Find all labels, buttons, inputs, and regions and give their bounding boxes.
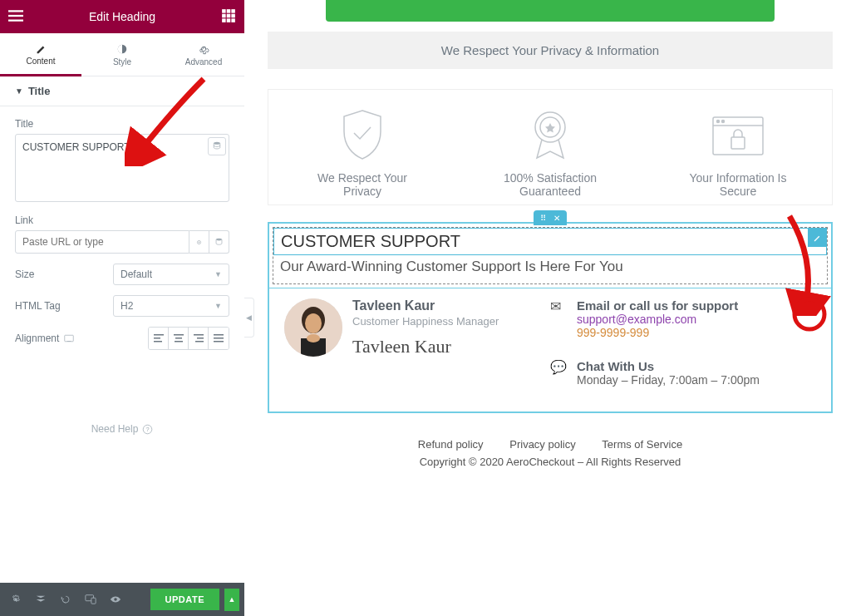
tab-content[interactable]: Content bbox=[0, 33, 81, 76]
align-center-button[interactable] bbox=[169, 328, 189, 349]
tab-advanced-label: Advanced bbox=[185, 57, 222, 67]
alignment-label: Alignment bbox=[15, 333, 113, 344]
sidebar-header: Edit Heading bbox=[0, 0, 244, 33]
tab-style-label: Style bbox=[113, 57, 131, 67]
contact-email-title: Email or call us for support bbox=[577, 298, 738, 313]
browser-lock-icon bbox=[652, 105, 824, 166]
buy-button-cropped[interactable] bbox=[326, 0, 775, 22]
svg-point-40 bbox=[722, 121, 725, 123]
section-title-toggle[interactable]: ▼ Title bbox=[0, 76, 244, 106]
preview-icon[interactable] bbox=[105, 589, 126, 610]
caret-down-icon: ▼ bbox=[15, 86, 23, 96]
svg-point-39 bbox=[717, 121, 720, 123]
svg-rect-21 bbox=[174, 334, 184, 336]
page-canvas: We Respect Your Privacy & Information We… bbox=[244, 0, 851, 616]
privacy-notice-bar: We Respect Your Privacy & Information bbox=[268, 32, 833, 69]
control-title: Title CUSTOMER SUPPORT bbox=[15, 118, 229, 205]
chat-icon: 💬 bbox=[550, 359, 563, 387]
svg-rect-9 bbox=[222, 18, 226, 22]
link-dynamic-button[interactable] bbox=[209, 230, 229, 254]
controls: Title CUSTOMER SUPPORT Link Size bbox=[0, 106, 244, 365]
dynamic-tags-button[interactable] bbox=[208, 137, 226, 155]
tab-content-label: Content bbox=[26, 57, 55, 66]
svg-point-46 bbox=[305, 313, 322, 333]
footer-link-tos[interactable]: Terms of Service bbox=[602, 438, 682, 451]
svg-rect-20 bbox=[154, 341, 162, 342]
apps-grid-icon[interactable] bbox=[221, 8, 236, 26]
svg-rect-5 bbox=[231, 9, 235, 13]
align-left-button[interactable] bbox=[149, 328, 169, 349]
responsive-icon[interactable] bbox=[64, 334, 74, 342]
sidebar-title: Edit Heading bbox=[23, 10, 221, 23]
svg-rect-11 bbox=[231, 18, 235, 22]
contact-chat: 💬 Chat With Us Monday – Friday, 7:00am –… bbox=[550, 359, 816, 387]
navigator-icon[interactable] bbox=[30, 589, 52, 610]
footer-links: Refund policy Privacy policy Terms of Se… bbox=[268, 438, 833, 451]
section-handle[interactable]: ⠿ ✕ bbox=[534, 210, 567, 225]
trust-satisfaction: 100% Satisfaction Guaranteed bbox=[456, 105, 644, 198]
control-link: Link bbox=[15, 214, 229, 254]
selected-section[interactable]: ⠿ ✕ CUSTOMER SUPPORT Our Award-Winning C… bbox=[268, 222, 833, 413]
trust-badges-row: We Respect Your Privacy 100% Satisfactio… bbox=[268, 89, 833, 205]
subheading-text: Our Award-Winning Customer Support Is He… bbox=[273, 255, 827, 283]
settings-icon[interactable] bbox=[5, 589, 27, 610]
footer-link-privacy[interactable]: Privacy policy bbox=[509, 438, 575, 451]
size-select[interactable]: Default ▼ bbox=[113, 264, 229, 285]
html-tag-select[interactable]: H2 ▼ bbox=[113, 295, 229, 317]
tab-advanced[interactable]: Advanced bbox=[163, 33, 244, 76]
collapse-sidebar-button[interactable]: ◀ bbox=[244, 298, 254, 338]
contact-column: ✉ Email or call us for support support@e… bbox=[550, 298, 816, 407]
edit-widget-button[interactable] bbox=[808, 229, 826, 247]
link-options-button[interactable] bbox=[189, 230, 209, 254]
contact-chat-hours: Monday – Friday, 7:00am – 7:00pm bbox=[577, 373, 760, 387]
control-size: Size Default ▼ bbox=[15, 264, 229, 285]
title-input[interactable]: CUSTOMER SUPPORT bbox=[15, 134, 229, 202]
responsive-mode-icon[interactable] bbox=[80, 589, 101, 610]
tab-style[interactable]: Style bbox=[81, 33, 163, 76]
svg-point-48 bbox=[307, 334, 320, 342]
control-html-tag: HTML Tag H2 ▼ bbox=[15, 295, 229, 317]
svg-rect-17 bbox=[67, 341, 71, 342]
size-label: Size bbox=[15, 269, 113, 280]
link-input[interactable] bbox=[15, 230, 189, 254]
update-button[interactable]: UPDATE bbox=[150, 589, 219, 610]
svg-rect-28 bbox=[214, 338, 224, 339]
hamburger-icon[interactable] bbox=[8, 8, 23, 26]
drag-handle-icon[interactable]: ⠿ bbox=[540, 214, 547, 223]
shield-check-icon bbox=[277, 105, 448, 166]
update-options-button[interactable]: ▲ bbox=[224, 589, 239, 611]
align-justify-button[interactable] bbox=[209, 328, 229, 349]
svg-text:?: ? bbox=[146, 425, 150, 432]
contact-chat-title: Chat With Us bbox=[577, 359, 760, 373]
close-icon[interactable]: ✕ bbox=[553, 214, 560, 223]
chevron-down-icon: ▼ bbox=[214, 302, 222, 310]
control-alignment: Alignment bbox=[15, 327, 229, 350]
heading-widget[interactable]: CUSTOMER SUPPORT bbox=[273, 228, 827, 255]
svg-rect-0 bbox=[8, 10, 23, 12]
inner-column[interactable]: CUSTOMER SUPPORT Our Award-Winning Custo… bbox=[273, 227, 828, 284]
history-icon[interactable] bbox=[55, 589, 76, 610]
footer-link-refund[interactable]: Refund policy bbox=[418, 438, 484, 451]
svg-rect-25 bbox=[197, 338, 204, 339]
svg-rect-29 bbox=[214, 341, 224, 342]
svg-rect-18 bbox=[154, 334, 164, 336]
svg-rect-26 bbox=[195, 341, 204, 342]
person-info: Tavleen Kaur Customer Happiness Manager … bbox=[352, 298, 499, 407]
contact-email-link[interactable]: support@example.com bbox=[577, 313, 738, 326]
trust-privacy: We Respect Your Privacy bbox=[268, 105, 456, 198]
need-help-link[interactable]: Need Help ? bbox=[0, 365, 244, 435]
svg-rect-23 bbox=[175, 341, 183, 342]
align-right-button[interactable] bbox=[189, 328, 209, 349]
svg-rect-19 bbox=[154, 338, 160, 339]
copyright: Copyright © 2020 AeroCheckout – All Righ… bbox=[268, 456, 833, 468]
support-row: Tavleen Kaur Customer Happiness Manager … bbox=[269, 288, 831, 411]
svg-rect-24 bbox=[194, 334, 204, 336]
svg-rect-34 bbox=[91, 598, 96, 604]
sidebar-tabs: Content Style Advanced bbox=[0, 33, 244, 76]
svg-point-15 bbox=[216, 238, 222, 240]
panel: ▼ Title Title CUSTOMER SUPPORT Link bbox=[0, 76, 244, 435]
heading-text: CUSTOMER SUPPORT bbox=[281, 232, 819, 251]
person-signature: Tavleen Kaur bbox=[352, 336, 499, 357]
title-label: Title bbox=[15, 118, 229, 130]
contact-phone[interactable]: 999-9999-999 bbox=[577, 326, 738, 339]
